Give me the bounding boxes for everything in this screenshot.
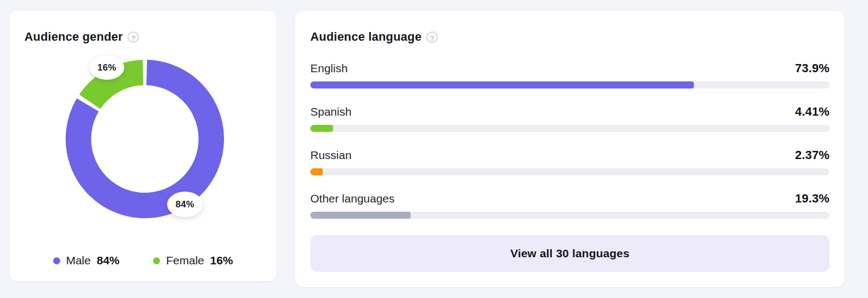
view-all-languages-button[interactable]: View all 30 languages (310, 235, 829, 272)
language-value: 19.3% (795, 192, 829, 206)
language-bar-fill (310, 125, 333, 132)
language-label: Spanish (310, 105, 352, 119)
language-value: 73.9% (795, 61, 829, 75)
language-bar-track (310, 212, 829, 219)
language-bar-fill (310, 168, 323, 175)
language-label: Other languages (310, 192, 394, 206)
audience-analytics-page: { "page": {"background": "#f4f5f9"}, "ge… (0, 0, 868, 298)
language-bar-track (310, 125, 829, 132)
legend-item-male: Male 84% (53, 254, 120, 267)
language-bar-list: English 73.9% Spanish 4.41% Russian 2.37… (310, 61, 829, 219)
language-row-english: English 73.9% (310, 61, 829, 88)
language-row-other: Other languages 19.3% (310, 192, 829, 219)
language-label: Russian (310, 148, 352, 162)
language-card-title: Audience language (310, 30, 422, 44)
language-row-spanish: Spanish 4.41% (310, 105, 829, 132)
audience-language-card: Audience language ? English 73.9% Spanis… (295, 10, 845, 288)
language-label: English (310, 61, 348, 75)
gender-donut-chart (63, 58, 226, 220)
language-value: 2.37% (795, 148, 829, 162)
legend-female-label: Female (166, 254, 204, 267)
gender-legend: Male 84% Female 16% (9, 254, 277, 267)
question-circle-icon[interactable]: ? (426, 31, 438, 43)
language-bar-track (310, 168, 829, 175)
language-bar-fill (310, 81, 694, 88)
legend-female-value: 16% (210, 254, 233, 267)
legend-item-female: Female 16% (153, 254, 233, 267)
legend-male-value: 84% (97, 254, 119, 267)
female-color-dot (153, 257, 160, 264)
female-percent-callout: 16% (90, 55, 124, 80)
gender-donut-area: 16% 84% (9, 10, 277, 281)
language-value: 4.41% (795, 105, 829, 119)
language-bar-track (310, 81, 829, 88)
language-row-russian: Russian 2.37% (310, 148, 829, 175)
legend-male-label: Male (66, 254, 91, 267)
audience-gender-card: Audience gender ? 16% 84% Male 84% Femal… (9, 10, 277, 282)
male-color-dot (53, 257, 60, 264)
language-bar-fill (310, 212, 411, 219)
male-percent-callout: 84% (167, 192, 203, 217)
